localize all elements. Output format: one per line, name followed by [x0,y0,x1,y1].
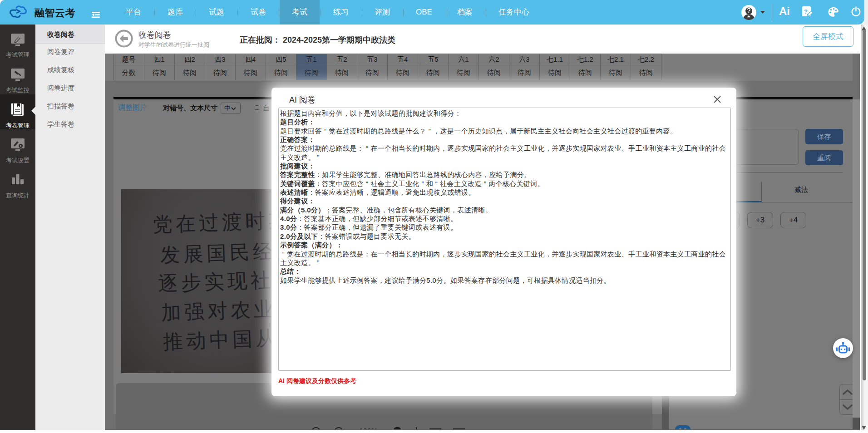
svg-text:?: ? [804,8,808,15]
